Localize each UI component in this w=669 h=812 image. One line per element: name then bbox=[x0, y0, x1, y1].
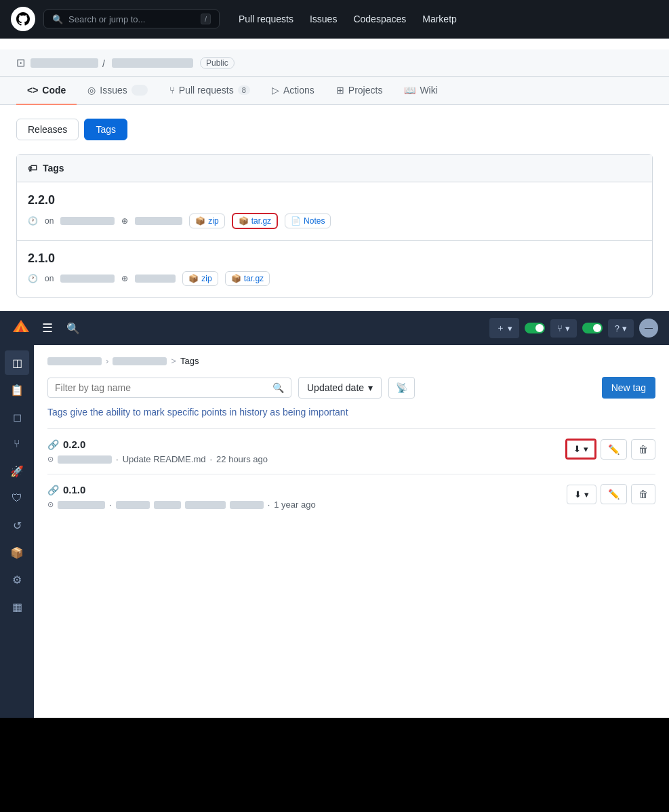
nav-marketplace[interactable]: Marketp bbox=[422, 14, 457, 24]
gitlab-logo bbox=[11, 318, 31, 338]
merge-icon: ⑂ bbox=[557, 323, 563, 333]
theme-toggle[interactable] bbox=[525, 323, 545, 333]
sort-label: Updated date bbox=[307, 382, 364, 393]
tab-issues[interactable]: ◎ Issues bbox=[77, 77, 158, 105]
filter-input[interactable] bbox=[55, 382, 267, 393]
home-icon: ◫ bbox=[12, 357, 22, 369]
tag-name-020: 🔗 0.2.0 bbox=[47, 439, 565, 450]
download-button-010[interactable]: ⬇ ▾ bbox=[567, 485, 596, 504]
edit-button-010[interactable]: ✏️ bbox=[601, 484, 627, 504]
tab-projects[interactable]: ⊞ Projects bbox=[325, 77, 394, 105]
delete-button-020[interactable]: 🗑 bbox=[631, 439, 655, 460]
tag-info-020: 🔗 0.2.0 ⊙ · Update README.md · 22 hours … bbox=[47, 439, 565, 464]
nav-issues[interactable]: Issues bbox=[310, 14, 337, 24]
public-badge: Public bbox=[200, 57, 235, 69]
sort-button[interactable]: Updated date ▾ bbox=[298, 377, 382, 399]
delete-button-010[interactable]: 🗑 bbox=[631, 484, 655, 504]
tab-issues-label: Issues bbox=[100, 85, 127, 96]
repo-header: ⊡ / Public bbox=[0, 49, 669, 77]
tab-wiki[interactable]: 📖 Wiki bbox=[393, 77, 448, 105]
rss-button[interactable]: 📡 bbox=[388, 377, 415, 399]
tag-version-220: 2.2.0 bbox=[28, 193, 641, 207]
notifications-toggle[interactable] bbox=[582, 323, 603, 333]
tag-date-blur-220 bbox=[60, 217, 115, 225]
tag-commit-020: ⊙ · Update README.md · 22 hours ago bbox=[47, 454, 565, 464]
tab-actions[interactable]: ▷ Actions bbox=[261, 77, 325, 105]
help-arrow: ▾ bbox=[622, 323, 627, 333]
gitlab-topbar: ☰ 🔍 ＋ ▾ ⑂ ▾ ? ▾ — bbox=[0, 311, 669, 345]
gitlab-main: ◫ 📋 ◻ ⑂ 🚀 🛡 ↺ 📦 ⚙ bbox=[0, 345, 669, 718]
targz-link-210[interactable]: 📦 tar.gz bbox=[225, 271, 270, 286]
edit-button-020[interactable]: ✏️ bbox=[601, 439, 627, 460]
sidebar-item-home[interactable]: ◫ bbox=[5, 350, 29, 375]
sidebar-item-settings[interactable]: ⚙ bbox=[5, 567, 29, 592]
download-arrow-010: ▾ bbox=[584, 489, 589, 500]
sidebar-item-issues[interactable]: ◻ bbox=[5, 405, 29, 429]
nav-pull-requests[interactable]: Pull requests bbox=[239, 14, 293, 24]
breadcrumb-owner-blur bbox=[47, 357, 102, 365]
filter-search-icon: 🔍 bbox=[272, 382, 284, 393]
notes-link-220[interactable]: 📄 Notes bbox=[285, 214, 331, 228]
zip-link-220[interactable]: 📦 zip bbox=[189, 214, 224, 228]
github-search[interactable]: 🔍 Search or jump to... / bbox=[43, 9, 220, 28]
plus-arrow: ▾ bbox=[508, 323, 512, 333]
repo-tabs: <> Code ◎ Issues ⑂ Pull requests 8 ▷ Act… bbox=[0, 77, 669, 105]
commit-icon-220: ⊕ bbox=[121, 216, 128, 226]
targz-link-220[interactable]: 📦 tar.gz bbox=[232, 213, 278, 229]
tags-title: Tags bbox=[43, 163, 64, 174]
commit-separator2-020: · bbox=[209, 454, 212, 464]
topbar-right: ＋ ▾ ⑂ ▾ ? ▾ — bbox=[489, 318, 658, 338]
sidebar-item-security[interactable]: 🛡 bbox=[5, 486, 29, 510]
zip-link-210[interactable]: 📦 zip bbox=[182, 271, 218, 286]
repo-owner-blur bbox=[31, 58, 98, 68]
search-button[interactable]: 🔍 bbox=[64, 319, 83, 338]
notes-icon-220: 📄 bbox=[291, 216, 301, 226]
sidebar-item-deployments[interactable]: ↺ bbox=[5, 513, 29, 537]
help-button[interactable]: ? ▾ bbox=[608, 319, 634, 338]
github-logo bbox=[11, 7, 35, 31]
merge-requests-button[interactable]: ⑂ ▾ bbox=[550, 319, 577, 338]
merge-arrow: ▾ bbox=[565, 323, 570, 333]
sidebar-item-repo[interactable]: 📋 bbox=[5, 378, 29, 402]
breadcrumb-current: Tags bbox=[180, 356, 199, 366]
trash-icon-010: 🗑 bbox=[638, 489, 648, 500]
rss-icon: 📡 bbox=[396, 382, 407, 393]
sidebar-item-mergerequests[interactable]: ⑂ bbox=[5, 432, 29, 456]
new-tag-button[interactable]: New tag bbox=[602, 377, 655, 399]
sidebar-item-monitor[interactable]: ▦ bbox=[5, 594, 29, 619]
zip-label-220: zip bbox=[208, 216, 218, 226]
github-main-content: ⊡ / Public <> Code ◎ Issues ⑂ Pull reque… bbox=[0, 39, 669, 311]
tag-version-210: 2.1.0 bbox=[28, 251, 641, 266]
commit-time-010: 1 year ago bbox=[274, 500, 315, 510]
commit-hash-blur-010 bbox=[58, 501, 105, 509]
tags-tab-button[interactable]: Tags bbox=[84, 119, 127, 140]
tag-item-220: 2.2.0 🕐 on ⊕ 📦 zip 📦 tar.gz bbox=[17, 182, 652, 241]
gitlab-sidebar: ◫ 📋 ◻ ⑂ 🚀 🛡 ↺ 📦 ⚙ bbox=[0, 345, 34, 718]
tags-box: 🏷 Tags 2.2.0 🕐 on ⊕ 📦 zip bbox=[16, 154, 653, 298]
issues-icon: ◎ bbox=[87, 85, 96, 96]
breadcrumb: › > Tags bbox=[47, 356, 655, 366]
gitlab-section: ☰ 🔍 ＋ ▾ ⑂ ▾ ? ▾ — bbox=[0, 311, 669, 718]
repo-slash: / bbox=[102, 58, 108, 68]
tab-pull-requests[interactable]: ⑂ Pull requests 8 bbox=[159, 77, 261, 105]
settings-icon: ⚙ bbox=[12, 573, 22, 586]
sidebar-item-packages[interactable]: 📦 bbox=[5, 540, 29, 565]
user-avatar[interactable]: — bbox=[639, 319, 658, 338]
zip-icon-220: 📦 bbox=[195, 216, 205, 226]
download-button-020[interactable]: ⬇ ▾ bbox=[565, 439, 596, 460]
tab-code[interactable]: <> Code bbox=[16, 77, 77, 105]
cicd-icon: 🚀 bbox=[10, 465, 24, 478]
tag-on-220: on bbox=[45, 216, 54, 226]
repo-name-blur bbox=[112, 58, 193, 68]
tags-info-text: Tags give the ability to mark specific p… bbox=[47, 407, 655, 418]
nav-codespaces[interactable]: Codespaces bbox=[353, 14, 406, 24]
releases-tab-button[interactable]: Releases bbox=[16, 119, 79, 140]
packages-icon: 📦 bbox=[10, 546, 24, 559]
commit-msg-blur1-010 bbox=[116, 501, 150, 509]
breadcrumb-sep2: > bbox=[171, 356, 176, 366]
new-item-button[interactable]: ＋ ▾ bbox=[489, 318, 519, 338]
hamburger-menu-button[interactable]: ☰ bbox=[39, 318, 56, 338]
code-icon: <> bbox=[27, 85, 38, 96]
actions-icon: ▷ bbox=[272, 85, 279, 96]
sidebar-item-cicd[interactable]: 🚀 bbox=[5, 459, 29, 483]
